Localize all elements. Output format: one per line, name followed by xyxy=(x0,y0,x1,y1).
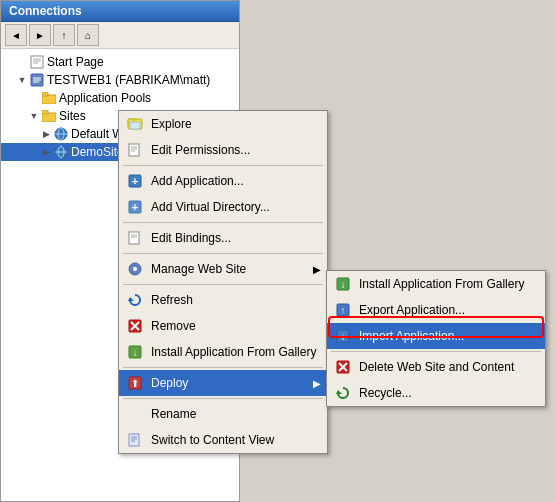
svg-rect-9 xyxy=(42,92,48,96)
tree-item-startpage[interactable]: Start Page xyxy=(1,53,239,71)
edit-bindings-label: Edit Bindings... xyxy=(151,231,321,245)
separator-6 xyxy=(123,398,323,399)
svg-text:⬆: ⬆ xyxy=(131,378,139,389)
deploy-arrow: ▶ xyxy=(313,378,321,389)
menu-item-add-virtual-dir[interactable]: + Add Virtual Directory... xyxy=(119,194,327,220)
sub-export-label: Export Application... xyxy=(359,303,539,317)
startpage-icon xyxy=(29,54,45,70)
explore-icon xyxy=(125,114,145,134)
add-virtual-dir-icon: + xyxy=(125,197,145,217)
sub-separator-1 xyxy=(331,351,541,352)
sub-install-gallery-label: Install Application From Gallery xyxy=(359,277,539,291)
sites-expand-icon: ▼ xyxy=(29,111,39,121)
svg-marker-55 xyxy=(336,390,342,394)
menu-item-remove[interactable]: Remove xyxy=(119,313,327,339)
forward-button[interactable]: ► xyxy=(29,24,51,46)
rename-label: Rename xyxy=(151,407,321,421)
panel-title: Connections xyxy=(1,1,239,22)
toolbar: ◄ ► ↑ ⌂ xyxy=(1,22,239,49)
server-icon xyxy=(29,72,45,88)
defaultsite-icon xyxy=(53,126,69,142)
menu-item-manage-web-site[interactable]: Manage Web Site ▶ xyxy=(119,256,327,282)
demosite-icon xyxy=(53,144,69,160)
apppools-label: Application Pools xyxy=(59,91,151,105)
submenu-item-export[interactable]: ↑ Export Application... xyxy=(327,297,545,323)
up-button[interactable]: ↑ xyxy=(53,24,75,46)
menu-item-add-application[interactable]: + Add Application... xyxy=(119,168,327,194)
sub-delete-label: Delete Web Site and Content xyxy=(359,360,539,374)
server-label: TESTWEB1 (FABRIKAM\matt) xyxy=(47,73,210,87)
install-gallery-label: Install Application From Gallery xyxy=(151,345,321,359)
deploy-submenu: ↓ Install Application From Gallery ↑ Exp… xyxy=(326,270,546,407)
svg-text:↓: ↓ xyxy=(341,331,346,342)
svg-rect-29 xyxy=(129,232,139,244)
demosite-label: DemoSite xyxy=(71,145,124,159)
sub-export-icon: ↑ xyxy=(333,300,353,320)
remove-label: Remove xyxy=(151,319,321,333)
manage-web-site-icon xyxy=(125,259,145,279)
separator-2 xyxy=(123,222,323,223)
sub-import-icon: ↓ xyxy=(333,326,353,346)
submenu-item-import[interactable]: ↓ Import Application... xyxy=(327,323,545,349)
sub-recycle-label: Recycle... xyxy=(359,386,539,400)
context-menu: Explore Edit Permissions... + Add Applic… xyxy=(118,110,328,454)
sub-import-label: Import Application... xyxy=(359,329,539,343)
sub-install-gallery-icon: ↓ xyxy=(333,274,353,294)
switch-content-icon xyxy=(125,430,145,450)
server-expand-icon: ▼ xyxy=(17,75,27,85)
install-gallery-icon: ↓ xyxy=(125,342,145,362)
manage-web-site-label: Manage Web Site xyxy=(151,262,313,276)
separator-5 xyxy=(123,367,323,368)
edit-permissions-label: Edit Permissions... xyxy=(151,143,321,157)
expand-icon xyxy=(17,57,27,67)
apppools-expand-icon xyxy=(29,93,39,103)
sites-label: Sites xyxy=(59,109,86,123)
tree-item-apppools[interactable]: Application Pools xyxy=(1,89,239,107)
separator-1 xyxy=(123,165,323,166)
separator-3 xyxy=(123,253,323,254)
deploy-icon: ⬆ xyxy=(125,373,145,393)
menu-item-edit-bindings[interactable]: Edit Bindings... xyxy=(119,225,327,251)
sites-icon xyxy=(41,108,57,124)
edit-bindings-icon xyxy=(125,228,145,248)
svg-rect-0 xyxy=(31,56,43,68)
menu-item-install-gallery[interactable]: ↓ Install Application From Gallery xyxy=(119,339,327,365)
apppools-icon xyxy=(41,90,57,106)
submenu-item-install-gallery[interactable]: ↓ Install Application From Gallery xyxy=(327,271,545,297)
add-application-icon: + xyxy=(125,171,145,191)
menu-item-deploy[interactable]: ⬆ Deploy ▶ xyxy=(119,370,327,396)
defaultsite-expand-icon: ▶ xyxy=(41,129,51,139)
svg-rect-42 xyxy=(129,434,139,446)
menu-item-rename[interactable]: Rename xyxy=(119,401,327,427)
menu-item-explore[interactable]: Explore xyxy=(119,111,327,137)
rename-icon xyxy=(125,404,145,424)
edit-permissions-icon xyxy=(125,140,145,160)
remove-icon xyxy=(125,316,145,336)
refresh-label: Refresh xyxy=(151,293,321,307)
sub-delete-icon xyxy=(333,357,353,377)
menu-item-refresh[interactable]: Refresh xyxy=(119,287,327,313)
deploy-label: Deploy xyxy=(151,376,313,390)
svg-text:↓: ↓ xyxy=(133,347,138,358)
submenu-item-delete[interactable]: Delete Web Site and Content xyxy=(327,354,545,380)
svg-rect-11 xyxy=(42,110,48,114)
refresh-icon xyxy=(125,290,145,310)
menu-item-edit-permissions[interactable]: Edit Permissions... xyxy=(119,137,327,163)
svg-point-33 xyxy=(133,267,137,271)
home-button[interactable]: ⌂ xyxy=(77,24,99,46)
add-application-label: Add Application... xyxy=(151,174,321,188)
svg-rect-21 xyxy=(129,144,139,156)
svg-text:+: + xyxy=(132,201,138,213)
menu-item-switch-content[interactable]: Switch to Content View xyxy=(119,427,327,453)
svg-text:+: + xyxy=(132,175,138,187)
startpage-label: Start Page xyxy=(47,55,104,69)
tree-item-server[interactable]: ▼ TESTWEB1 (FABRIKAM\matt) xyxy=(1,71,239,89)
switch-content-label: Switch to Content View xyxy=(151,433,321,447)
sub-recycle-icon xyxy=(333,383,353,403)
demosite-expand-icon: ▶ xyxy=(41,147,51,157)
svg-rect-20 xyxy=(130,122,140,129)
manage-web-site-arrow: ▶ xyxy=(313,264,321,275)
back-button[interactable]: ◄ xyxy=(5,24,27,46)
add-virtual-dir-label: Add Virtual Directory... xyxy=(151,200,321,214)
submenu-item-recycle[interactable]: Recycle... xyxy=(327,380,545,406)
